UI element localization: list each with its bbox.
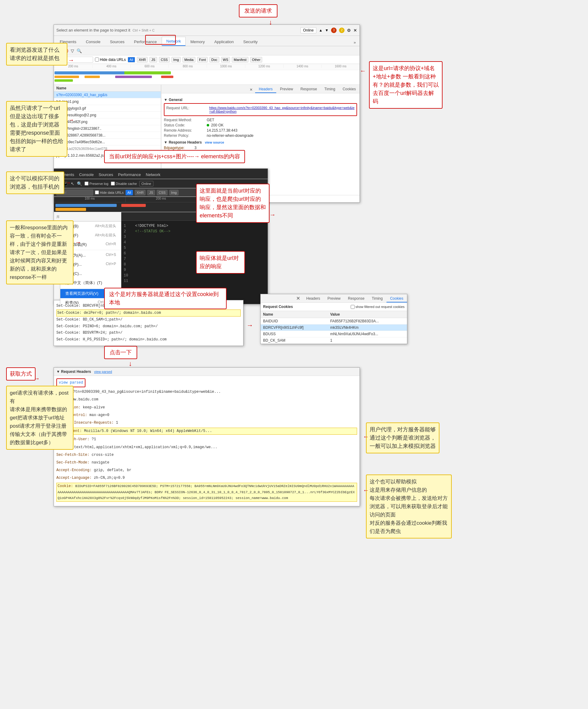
cookie-row-2[interactable]: BDUSS mNLNm9XaU9JNU4wdFo3... xyxy=(261,331,407,337)
cookie-name-1: BDRCVFR[n9IS1zhFc9f] xyxy=(261,324,328,331)
response-code: 1 <!DOCTYPE html> 2 <!--STATUS OK--> 3 4… xyxy=(121,221,268,286)
filter-other[interactable]: Other xyxy=(250,57,262,62)
cookie-name-2: BDUSS xyxy=(261,331,328,337)
filter-all[interactable]: All xyxy=(128,57,135,62)
sc-4: Set-Cookie: PSINO=6; domain=.baidu.com; … xyxy=(56,323,241,330)
filter-font[interactable]: Font xyxy=(197,57,208,62)
search-icon[interactable]: 🔍 xyxy=(77,48,82,53)
nav-label: 库 xyxy=(56,215,119,219)
request-name-0: s?tn=02003390_43_hao_pg&is xyxy=(54,93,127,97)
network-row-2[interactable]: baidu_jgylogo3.gif xyxy=(54,105,161,112)
tab-performance[interactable]: Performance xyxy=(130,37,161,46)
annotation-method-label: 获取方式 xyxy=(6,367,35,380)
status-row: Status Code: 200 OK xyxy=(164,123,357,127)
detail-tab-preview[interactable]: Preview xyxy=(276,86,297,93)
cookies-panel: ✕ Headers Preview Response Timing Cookie… xyxy=(260,294,407,344)
tab2-network[interactable]: Network xyxy=(143,170,163,179)
filter-ws[interactable]: WS xyxy=(221,57,230,62)
filter-css[interactable]: CSS xyxy=(159,57,170,62)
online-label-2[interactable]: Online xyxy=(139,181,153,186)
network-row-5[interactable]: image?imglist=238123867.. xyxy=(54,125,161,132)
filter-all-2[interactable]: All xyxy=(126,190,133,195)
cookies-close-icon[interactable]: ✕ xyxy=(294,294,303,303)
filter-doc[interactable]: Doc xyxy=(209,57,219,62)
detail-tab-cookies[interactable]: Cookies xyxy=(339,86,360,93)
online-status[interactable]: Online xyxy=(301,27,317,33)
hide-data-urls-checkbox[interactable] xyxy=(95,57,99,61)
ctab-response[interactable]: Response xyxy=(344,295,368,303)
network-row-1[interactable]: bd_logo1.png xyxy=(54,98,161,105)
timeline-area: 200 ms 400 ms 600 ms 800 ms 1000 ms 1200… xyxy=(54,64,360,85)
filter-xhr-2[interactable]: XHR xyxy=(135,190,146,195)
general-section-title: ▼ General xyxy=(164,98,357,102)
request-cookies-header: Request Cookies show filtered out reques… xyxy=(261,303,407,311)
tab-application[interactable]: Application xyxy=(210,37,238,46)
network-row-7[interactable]: 1fe4f7b9ec7a49f6ec59d62e... xyxy=(54,139,161,146)
show-filtered-cb[interactable] xyxy=(351,305,355,309)
header-user-agent: User-Agent: Mozilla/5.0 (Windows NT 10.0… xyxy=(56,428,357,435)
rh-bdpagetype: Bdpagetype: 3 xyxy=(164,146,357,150)
tab2-console[interactable]: Console xyxy=(77,170,96,179)
view-parsed-inner[interactable]: view parsed xyxy=(59,380,83,385)
network-row-6[interactable]: u=602328867,42890568738... xyxy=(54,132,161,139)
tick-1000: 1000 ms xyxy=(207,64,245,68)
search-icon-2[interactable]: 🔍 xyxy=(77,181,82,186)
ctab-headers[interactable]: Headers xyxy=(303,295,324,303)
filter-bar-1: Hide data URLs All XHR JS CSS Img Media … xyxy=(54,55,360,64)
tab-sources[interactable]: Sources xyxy=(105,37,129,46)
arrow-down-1: ↓ xyxy=(269,18,272,26)
more-tabs-icon[interactable]: » xyxy=(351,39,358,46)
annotation-sending-request: 发送的请求 xyxy=(239,4,278,18)
preserve-log-checkbox[interactable] xyxy=(84,182,88,185)
detail-tab-headers[interactable]: Headers xyxy=(255,86,276,93)
detail-close-icon[interactable]: ✕ xyxy=(247,86,255,93)
tab2-sources[interactable]: Sources xyxy=(96,170,116,179)
pointer-icon[interactable]: ↖ xyxy=(71,181,74,186)
timeline-bar-3 xyxy=(54,79,73,82)
cookie-row-3[interactable]: BD_CK_SAM 1 xyxy=(261,337,407,344)
disable-cache-checkbox[interactable] xyxy=(111,182,115,185)
tab-console[interactable]: Console xyxy=(81,37,105,46)
annotation-url-explained: 这是url=请求的协议+域名+地址+参数 一般看到这种有？的就是参数，我们可以去… xyxy=(369,61,442,109)
code-line-4: 4 xyxy=(124,240,265,245)
view-parsed-btn[interactable]: view parsed xyxy=(94,370,112,373)
close-icon-1[interactable]: ✕ xyxy=(353,28,357,33)
detail-tab-timing[interactable]: Timing xyxy=(321,86,339,93)
cookie-row-0[interactable]: BAIDUID FA855F7126B2F82B83D3A... xyxy=(261,318,407,324)
tab-security[interactable]: Security xyxy=(238,37,262,46)
filter-js-2[interactable]: JS xyxy=(147,190,155,195)
ctab-cookies[interactable]: Cookies xyxy=(386,295,407,303)
filter-img-2[interactable]: Img xyxy=(169,190,179,195)
annotation-cookie: 这个也可以帮助模拟 这是用来存储用户信息的 每次请求会被携带上，发送给对方浏览器… xyxy=(366,474,452,539)
sc-5: Set-Cookie: BDSVRTM=24; path=/ xyxy=(56,330,241,337)
filter-img[interactable]: Img xyxy=(172,57,181,62)
filter-icon[interactable]: ▽ xyxy=(71,48,74,53)
detail-tab-response[interactable]: Response xyxy=(297,86,321,93)
ctab-timing[interactable]: Timing xyxy=(368,295,386,303)
disable-cache-label: Disable cache xyxy=(111,182,137,185)
col-value-header: Value xyxy=(328,311,407,318)
filter-manifest[interactable]: Manifest xyxy=(232,57,248,62)
preserve-log-label: Preserve log xyxy=(84,182,108,185)
header-upgrade: Upgrade-Insecure-Requests: 1 xyxy=(56,420,357,426)
network-row-0[interactable]: s?tn=02003390_43_hao_pg&is xyxy=(54,91,161,98)
view-source-link[interactable]: view source xyxy=(205,140,224,144)
header-cache-control: Cache-Control: max-age=0 xyxy=(56,412,357,418)
filter-media[interactable]: Media xyxy=(182,57,196,62)
filter-css-2[interactable]: CSS xyxy=(157,190,168,195)
filter-js[interactable]: JS xyxy=(150,57,157,62)
arrow-right-capture: → xyxy=(68,57,74,64)
tab-network[interactable]: Network xyxy=(162,37,186,46)
settings-icon[interactable]: ⚙ xyxy=(347,28,351,33)
tick-1200: 1200 ms xyxy=(245,64,283,68)
filter-xhr[interactable]: XHR xyxy=(137,57,148,62)
url-line: /s?tn=02003390_43_hao_pg&isource=infinit… xyxy=(67,390,221,394)
hide-data-urls-cb-2[interactable] xyxy=(95,190,99,194)
annotation-response-sub: 响应体就是url对应的响应 xyxy=(196,251,245,274)
tab2-performance[interactable]: Performance xyxy=(116,170,143,179)
request-url-value[interactable]: https://www.baidu.com/s?tn=02003390_43_h… xyxy=(209,106,355,113)
cookies-tabs: ✕ Headers Preview Response Timing Cookie… xyxy=(261,294,407,303)
tab-memory[interactable]: Memory xyxy=(186,37,209,46)
ctab-preview[interactable]: Preview xyxy=(324,295,344,303)
cookie-row-1[interactable]: BDRCVFR[n9IS1zhFc9f] mk3SLVNk4HKm xyxy=(261,324,407,331)
